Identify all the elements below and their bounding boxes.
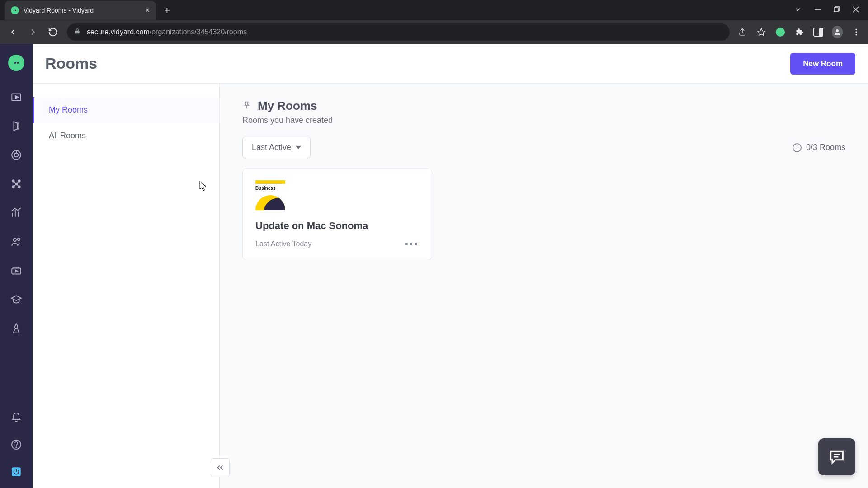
- svg-point-10: [855, 34, 857, 35]
- url-path: /organizations/3454320/rooms: [150, 28, 247, 36]
- pin-icon: [242, 101, 251, 112]
- reload-button[interactable]: [44, 23, 61, 41]
- channels-icon[interactable]: [9, 263, 24, 278]
- section-title: My Rooms: [258, 99, 317, 113]
- team-icon[interactable]: [9, 235, 24, 249]
- subnav-all-rooms[interactable]: All Rooms: [33, 123, 219, 149]
- svg-point-21: [18, 186, 20, 188]
- icon-rail: [0, 44, 33, 488]
- svg-point-8: [855, 29, 857, 30]
- collapse-sidebar-button[interactable]: [211, 458, 230, 477]
- section-header: My Rooms: [242, 99, 845, 113]
- svg-marker-33: [16, 270, 18, 272]
- analytics-icon[interactable]: [9, 206, 24, 220]
- url-host: secure.vidyard.com: [87, 28, 150, 36]
- learn-icon[interactable]: [9, 292, 24, 307]
- more-menu-icon[interactable]: •••: [405, 238, 419, 250]
- forward-button[interactable]: [24, 23, 42, 41]
- library-icon[interactable]: [9, 90, 24, 104]
- toolbar-row: Last Active i 0/3 Rooms: [242, 137, 845, 158]
- app-root: Rooms New Room My Rooms All Rooms My Roo…: [0, 44, 868, 488]
- room-name: Update on Mac Sonoma: [255, 220, 419, 232]
- back-button[interactable]: [5, 23, 22, 41]
- svg-point-1: [15, 9, 16, 10]
- chat-support-button[interactable]: [818, 438, 855, 475]
- rooms-subnav: My Rooms All Rooms: [33, 84, 220, 488]
- svg-point-20: [12, 186, 14, 188]
- browser-tab[interactable]: Vidyard Rooms - Vidyard ×: [5, 1, 156, 20]
- sort-dropdown[interactable]: Last Active: [242, 137, 311, 158]
- tab-favicon-icon: [11, 6, 19, 14]
- integrations-icon[interactable]: [9, 177, 24, 191]
- svg-point-30: [14, 238, 17, 241]
- side-panel-icon[interactable]: [813, 27, 824, 38]
- svg-rect-3: [834, 8, 838, 12]
- browser-actions: [735, 27, 863, 38]
- bookmark-star-icon[interactable]: [756, 27, 767, 38]
- page-header: Rooms New Room: [33, 44, 868, 84]
- new-room-button[interactable]: New Room: [790, 53, 855, 75]
- tab-search-icon[interactable]: [794, 5, 802, 15]
- svg-point-22: [15, 183, 17, 185]
- content-column: Rooms New Room My Rooms All Rooms My Roo…: [33, 44, 868, 488]
- profile-avatar-icon[interactable]: [832, 27, 843, 38]
- rooms-icon[interactable]: [9, 119, 24, 133]
- svg-point-0: [14, 9, 14, 10]
- svg-point-35: [16, 447, 17, 448]
- window-controls: [794, 5, 868, 15]
- subnav-my-rooms[interactable]: My Rooms: [33, 97, 219, 123]
- main-content: My Rooms Rooms you have created Last Act…: [220, 84, 868, 488]
- svg-line-26: [17, 185, 19, 186]
- svg-point-7: [836, 29, 839, 32]
- maximize-icon[interactable]: [834, 6, 840, 14]
- kebab-menu-icon[interactable]: [851, 27, 862, 38]
- room-count-text: 0/3 Rooms: [806, 143, 845, 152]
- address-bar[interactable]: secure.vidyard.com/organizations/3454320…: [67, 23, 730, 41]
- chevron-down-icon: [296, 146, 301, 149]
- close-window-icon[interactable]: [853, 6, 859, 14]
- share-icon[interactable]: [737, 27, 748, 38]
- svg-marker-6: [758, 28, 765, 36]
- extension-vidyard-icon[interactable]: [775, 27, 786, 38]
- section-subtitle: Rooms you have created: [242, 116, 845, 125]
- svg-point-12: [17, 62, 19, 64]
- room-card[interactable]: Business Update on Mac Sonoma Last Activ…: [242, 168, 432, 260]
- browser-tab-strip: Vidyard Rooms - Vidyard × +: [0, 0, 868, 20]
- svg-point-19: [18, 180, 20, 182]
- extensions-puzzle-icon[interactable]: [794, 27, 805, 38]
- room-count: i 0/3 Rooms: [793, 143, 845, 152]
- svg-point-11: [14, 62, 16, 64]
- browser-toolbar: secure.vidyard.com/organizations/3454320…: [0, 20, 868, 44]
- minimize-icon[interactable]: [815, 6, 821, 14]
- app-logo[interactable]: [8, 55, 24, 71]
- room-meta: Last Active Today: [255, 240, 311, 248]
- new-tab-button[interactable]: +: [164, 5, 170, 16]
- hub-icon[interactable]: [9, 148, 24, 162]
- page-title: Rooms: [45, 55, 97, 72]
- thumb-label: Business: [255, 186, 275, 191]
- power-icon[interactable]: [9, 465, 24, 479]
- room-thumbnail: Business: [255, 180, 285, 210]
- close-tab-icon[interactable]: ×: [146, 6, 150, 14]
- upgrade-icon[interactable]: [9, 321, 24, 336]
- svg-point-16: [14, 153, 19, 157]
- help-icon[interactable]: [9, 437, 24, 452]
- lock-icon: [74, 28, 80, 36]
- info-icon[interactable]: i: [793, 143, 802, 152]
- svg-point-31: [18, 238, 20, 240]
- svg-line-23: [14, 182, 15, 183]
- svg-line-25: [14, 185, 15, 186]
- svg-point-18: [12, 180, 14, 182]
- room-cards: Business Update on Mac Sonoma Last Activ…: [242, 168, 845, 260]
- tab-title: Vidyard Rooms - Vidyard: [24, 7, 146, 14]
- svg-point-9: [855, 31, 857, 33]
- notifications-icon[interactable]: [9, 410, 24, 425]
- svg-marker-14: [15, 96, 19, 99]
- sort-label: Last Active: [252, 143, 291, 152]
- svg-line-24: [17, 182, 19, 183]
